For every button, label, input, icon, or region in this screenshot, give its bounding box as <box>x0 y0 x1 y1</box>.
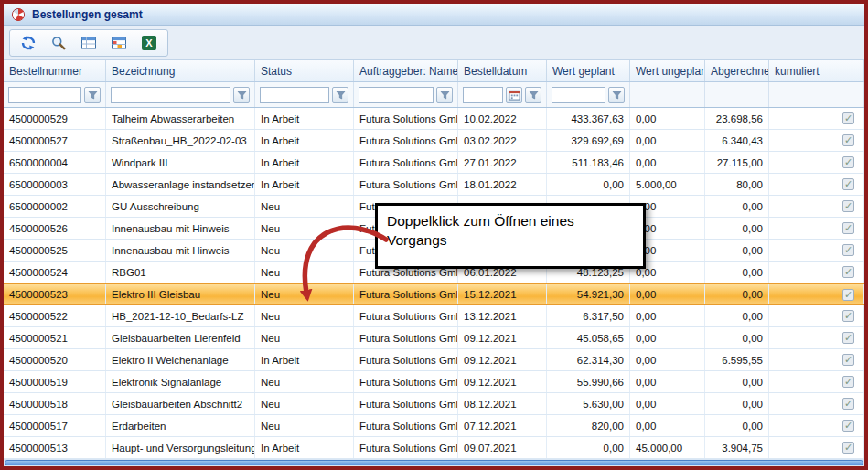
table-row[interactable]: 4500000522HB_2021-12-10_Bedarfs-LZNeuFut… <box>4 305 864 327</box>
cell-status: In Arbeit <box>255 174 354 195</box>
filter-button-bestellnummer[interactable] <box>84 87 101 103</box>
filter-button-auftraggeber[interactable] <box>436 87 453 103</box>
cell-abgerechnet: 0,00 <box>705 262 769 283</box>
kumuliert-checkbox[interactable]: ✓ <box>842 178 854 190</box>
filter-cell-bestelldatum <box>458 82 547 107</box>
kumuliert-checkbox[interactable]: ✓ <box>842 200 854 212</box>
filter-input-status[interactable] <box>260 87 329 103</box>
search-button[interactable] <box>49 34 68 52</box>
grid-layout-button[interactable] <box>110 34 128 52</box>
cell-abgerechnet: 0,00 <box>705 196 769 217</box>
filter-input-bestelldatum[interactable] <box>463 87 503 103</box>
app-window: Bestellungen gesamt <box>0 0 868 470</box>
toolbar-button-group: X <box>9 29 168 57</box>
column-header-label: Auftraggeber: Name <box>359 65 458 78</box>
cell-bestellnummer: 4500000527 <box>4 130 106 151</box>
funnel-icon <box>439 90 451 101</box>
search-icon <box>50 35 67 51</box>
titlebar: Bestellungen gesamt <box>4 4 864 26</box>
cell-bestelldatum: 15.12.2021 <box>458 284 547 304</box>
cell-wert_geplant: 5.630,00 <box>547 393 630 414</box>
horizontal-scrollbar-thumb[interactable] <box>5 460 863 465</box>
table-row[interactable]: 4500000521Gleisbauarbeiten LierenfeldNeu… <box>4 327 864 349</box>
table-row[interactable]: 4500000517ErdarbeitenNeuFutura Solutions… <box>4 415 864 437</box>
table-row[interactable]: 4500000529Talheim AbwasserarbeitenIn Arb… <box>4 108 864 130</box>
column-header-bezeichnung[interactable]: Bezeichnung <box>106 60 255 81</box>
kumuliert-checkbox[interactable]: ✓ <box>842 244 854 256</box>
excel-export-button[interactable]: X <box>140 34 158 52</box>
filter-cell-auftraggeber <box>354 82 458 107</box>
cell-status: In Arbeit <box>255 108 354 129</box>
cell-bezeichnung: Haupt- und Versorgungsleitungen 20 <box>106 437 255 458</box>
cell-status: In Arbeit <box>255 130 354 151</box>
column-header-kumuliert[interactable]: kumuliert <box>769 60 864 81</box>
kumuliert-checkbox[interactable]: ✓ <box>842 310 854 322</box>
filter-button-wert_geplant[interactable] <box>608 87 625 103</box>
kumuliert-checkbox[interactable]: ✓ <box>842 398 854 410</box>
column-header-wert_geplant[interactable]: Wert geplant <box>547 60 630 81</box>
cell-bestelldatum: 09.12.2021 <box>458 371 547 392</box>
column-header-wert_ungeplant[interactable]: Wert ungeplant <box>630 60 705 81</box>
app-icon <box>11 7 26 22</box>
table-row[interactable]: 4500000520Elektro II WeichenanlageIn Arb… <box>4 349 864 371</box>
table-row[interactable]: 6500000004Windpark IIIIn ArbeitFutura So… <box>4 152 864 174</box>
cell-bestelldatum: 08.12.2021 <box>458 393 547 414</box>
kumuliert-checkbox[interactable]: ✓ <box>842 332 854 344</box>
cell-bezeichnung: Elektro III Gleisbau <box>106 284 255 304</box>
filter-button-status[interactable] <box>332 87 348 103</box>
column-header-bestellnummer[interactable]: Bestellnummer <box>4 60 106 81</box>
kumuliert-checkbox[interactable]: ✓ <box>842 156 854 168</box>
column-header-status[interactable]: Status <box>255 60 354 81</box>
grid-view-button[interactable] <box>80 34 98 52</box>
cell-abgerechnet: 0,00 <box>705 415 769 436</box>
cell-wert_geplant: 820,00 <box>547 415 630 436</box>
cell-status: Neu <box>255 284 354 304</box>
kumuliert-checkbox[interactable]: ✓ <box>842 289 854 301</box>
filter-button-bestelldatum[interactable] <box>525 87 541 103</box>
cell-bestellnummer: 6500000003 <box>4 174 106 195</box>
cell-bezeichnung: Gleisbauarbeiten Lierenfeld <box>106 327 255 348</box>
filter-input-wert_geplant[interactable] <box>552 87 605 103</box>
cell-abgerechnet: 6.340,43 <box>705 130 769 151</box>
table-row[interactable]: 4500000513Haupt- und Versorgungsleitunge… <box>4 437 864 459</box>
cell-bezeichnung: Elektronik Signalanlage <box>106 371 255 392</box>
filter-input-bezeichnung[interactable] <box>111 87 230 103</box>
cell-wert_geplant: 62.314,30 <box>547 349 630 370</box>
cell-status: Neu <box>255 240 354 261</box>
filter-input-auftraggeber[interactable] <box>359 87 434 103</box>
cell-kumuliert: ✓ <box>769 327 864 348</box>
cell-status: In Arbeit <box>255 437 354 458</box>
cell-abgerechnet: 0,00 <box>705 327 769 348</box>
kumuliert-checkbox[interactable]: ✓ <box>842 222 854 234</box>
column-header-bestelldatum[interactable]: Bestelldatum <box>458 60 547 81</box>
column-header-abgerechnet[interactable]: Abgerechnet <box>705 60 769 81</box>
cell-auftraggeber: Futura Solutions GmbH <box>354 152 458 173</box>
window-title: Bestellungen gesamt <box>32 8 143 21</box>
filter-input-bestellnummer[interactable] <box>8 87 81 103</box>
cell-kumuliert: ✓ <box>769 349 864 370</box>
refresh-button[interactable] <box>19 34 38 52</box>
kumuliert-checkbox[interactable]: ✓ <box>842 420 854 432</box>
tooltip-callout: Doppelklick zum Öffnen eines Vorgangs <box>375 203 646 269</box>
cell-status: Neu <box>255 262 354 283</box>
table-row[interactable]: 4500000527Straßenbau_HB_2022-02-03In Arb… <box>4 130 864 152</box>
funnel-icon <box>236 90 248 101</box>
filter-button-bezeichnung[interactable] <box>233 87 250 103</box>
cell-abgerechnet: 0,00 <box>705 284 769 304</box>
cell-bestellnummer: 4500000521 <box>4 327 106 348</box>
kumuliert-checkbox[interactable]: ✓ <box>842 376 854 388</box>
kumuliert-checkbox[interactable]: ✓ <box>842 354 854 366</box>
kumuliert-checkbox[interactable]: ✓ <box>842 442 854 454</box>
kumuliert-checkbox[interactable]: ✓ <box>842 134 854 146</box>
table-row[interactable]: 4500000523Elektro III GleisbauNeuFutura … <box>4 283 864 305</box>
table-row[interactable]: 6500000003Abwasseranlage instandsetzenIn… <box>4 174 864 196</box>
date-picker-button[interactable] <box>506 87 522 103</box>
kumuliert-checkbox[interactable]: ✓ <box>842 266 854 278</box>
svg-text:X: X <box>145 37 153 48</box>
cell-auftraggeber: Futura Solutions GmbH <box>354 437 458 458</box>
table-row[interactable]: 4500000518Gleisbauarbeiten Abschnitt2Neu… <box>4 393 864 415</box>
kumuliert-checkbox[interactable]: ✓ <box>842 112 854 124</box>
cell-kumuliert: ✓ <box>769 305 864 326</box>
table-row[interactable]: 4500000519Elektronik SignalanlageNeuFutu… <box>4 371 864 393</box>
column-header-auftraggeber[interactable]: Auftraggeber: Name <box>354 60 458 81</box>
